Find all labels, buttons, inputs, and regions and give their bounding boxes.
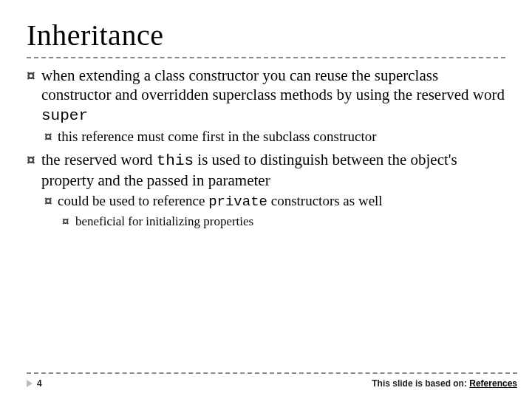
text-run: could be used to reference — [58, 193, 208, 208]
slide: Inheritance ¤ when extending a class con… — [0, 0, 532, 399]
text-run: the reserved word — [41, 151, 157, 168]
credit-prefix: This slide is based on: — [372, 378, 469, 389]
code-run: private — [208, 194, 267, 210]
bullet-text: could be used to reference private const… — [58, 192, 505, 211]
slide-content: ¤ when extending a class constructor you… — [27, 66, 505, 229]
slide-title: Inheritance — [27, 18, 505, 52]
code-run: this — [157, 152, 194, 169]
bullet-level1: ¤ when extending a class constructor you… — [27, 66, 505, 126]
bullet-marker-icon: ¤ — [27, 150, 41, 191]
text-run: when extending a class constructor you c… — [41, 66, 505, 103]
bullet-marker-icon: ¤ — [44, 128, 58, 146]
bullet-level1: ¤ the reserved word this is used to dist… — [27, 150, 505, 191]
bullet-level2: ¤ could be used to reference private con… — [44, 192, 505, 211]
footer-credit: This slide is based on: References — [372, 378, 517, 389]
title-divider — [27, 57, 505, 58]
slide-footer: 4 This slide is based on: References — [27, 372, 517, 389]
footer-row: 4 This slide is based on: References — [27, 378, 517, 389]
page-number: 4 — [37, 378, 42, 389]
bullet-text: the reserved word this is used to distin… — [41, 150, 505, 191]
bullet-level2: ¤ this reference must come first in the … — [44, 128, 505, 146]
bullet-text: beneficial for initializing properties — [75, 214, 505, 229]
bullet-marker-icon: ¤ — [62, 214, 75, 229]
bullet-marker-icon: ¤ — [27, 66, 41, 126]
footer-divider — [27, 372, 517, 374]
bullet-text: when extending a class constructor you c… — [41, 66, 505, 126]
bullet-text: this reference must come first in the su… — [58, 128, 505, 146]
references-link[interactable]: References — [469, 378, 517, 389]
text-run: constructors as well — [267, 193, 383, 208]
bullet-marker-icon: ¤ — [44, 192, 58, 211]
page-marker: 4 — [27, 378, 42, 389]
code-run: super — [41, 107, 88, 124]
bullet-level3: ¤ beneficial for initializing properties — [62, 214, 505, 229]
triangle-icon — [27, 380, 33, 387]
